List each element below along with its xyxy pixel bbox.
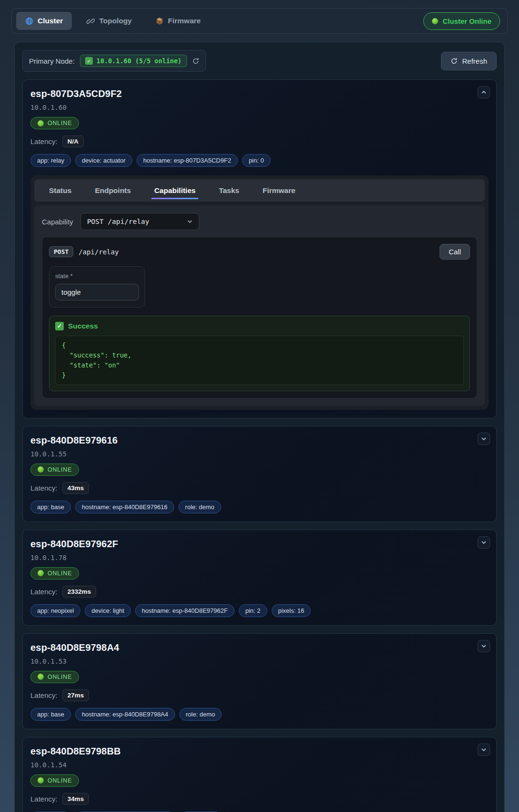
status-label: ONLINE <box>48 777 72 784</box>
latency-row: Latency: N/A <box>30 135 489 147</box>
chevron-down-icon <box>481 436 487 442</box>
tab-status[interactable]: Status <box>46 186 74 202</box>
cluster-status-label: Cluster Online <box>442 17 491 25</box>
node-title: esp-840D8E97962F <box>30 539 489 550</box>
status-label: ONLINE <box>48 120 72 126</box>
node-ip: 10.0.1.53 <box>30 657 489 665</box>
expand-node-button[interactable] <box>478 744 490 756</box>
node-card: esp-840D8E97962F10.0.1.78ONLINELatency:2… <box>22 530 497 626</box>
result-box: Success { "success": true, "state": "on"… <box>49 316 470 391</box>
chevron-down-icon <box>481 540 487 545</box>
node-card-expanded: esp-807D3A5CD9F2 10.0.1.60 ONLINE Latenc… <box>22 79 497 418</box>
endpoint-path: /api/relay <box>78 248 118 256</box>
tag-pill: app: base <box>30 501 71 513</box>
nav-tab-label: Topology <box>99 17 132 25</box>
refresh-icon <box>192 58 199 65</box>
result-title: Success <box>68 322 98 330</box>
latency-label: Latency: <box>30 691 58 699</box>
status-badge: ONLINE <box>30 464 79 476</box>
latency-value: N/A <box>62 135 84 147</box>
node-title: esp-840D8E9798BB <box>30 746 489 757</box>
online-dot-icon <box>38 466 44 473</box>
tag-pill: hostname: esp-840D8E979616 <box>75 501 174 513</box>
nav-tab-label: Cluster <box>38 17 63 25</box>
node-title: esp-840D8E979616 <box>30 435 489 446</box>
latency-row: Latency:34ms <box>30 793 489 805</box>
node-ip: 10.0.1.55 <box>30 450 489 458</box>
latency-label: Latency: <box>30 795 58 803</box>
status-label: ONLINE <box>48 674 72 680</box>
tab-tasks[interactable]: Tasks <box>216 186 242 202</box>
status-badge: ONLINE <box>30 567 79 580</box>
check-icon <box>55 322 64 330</box>
link-icon <box>87 17 95 25</box>
chevron-down-icon <box>187 219 193 224</box>
node-card: esp-840D8E9798A410.0.1.53ONLINELatency:2… <box>22 633 497 729</box>
tag-list: app: neopixeldevice: lighthostname: esp-… <box>30 604 489 617</box>
tag-pill: hostname: esp-840D8E9798A4 <box>75 708 175 721</box>
tag-pill: app: relay <box>30 154 71 167</box>
tab-endpoints[interactable]: Endpoints <box>92 186 134 202</box>
node-ip: 10.0.1.78 <box>30 554 489 561</box>
param-input[interactable] <box>55 284 139 300</box>
status-label: ONLINE <box>48 466 72 473</box>
tag-list: app: basehostname: esp-840D8E9798A4role:… <box>30 708 489 721</box>
endpoint-box: POST /api/relay Call state * Success { <box>42 237 477 398</box>
capability-select-value: POST /api/relay <box>87 218 149 225</box>
cluster-toolbar: Primary Node: 10.0.1.60 (5/5 online) Ref… <box>22 50 497 72</box>
nav-tab-label: Firmware <box>168 17 201 25</box>
primary-node-label: Primary Node: <box>29 57 75 65</box>
capabilities-panel: Capability POST /api/relay POST /api/rel… <box>34 205 485 406</box>
globe-icon <box>25 17 33 25</box>
nav-tab-firmware[interactable]: Firmware <box>147 12 210 30</box>
tab-firmware[interactable]: Firmware <box>260 186 298 202</box>
tag-pill: pin: 2 <box>239 604 267 617</box>
collapse-node-button[interactable] <box>478 86 490 98</box>
call-button[interactable]: Call <box>440 244 470 260</box>
expand-node-button[interactable] <box>478 640 490 652</box>
result-json: { "success": true, "state": "on" } <box>55 336 464 385</box>
online-dot-icon <box>38 674 44 680</box>
node-card: esp-840D8E97961610.0.1.55ONLINELatency:4… <box>22 426 497 522</box>
latency-value: 34ms <box>62 793 89 805</box>
tag-pill: hostname: esp-807D3A5CD9F2 <box>137 154 238 167</box>
status-label: ONLINE <box>48 570 72 577</box>
nav-tab-cluster[interactable]: Cluster <box>16 12 72 30</box>
latency-row: Latency:27ms <box>30 689 489 701</box>
node-tabbar: StatusEndpointsCapabilitiesTasksFirmware <box>34 179 485 202</box>
tab-capabilities[interactable]: Capabilities <box>151 186 198 202</box>
tag-pill: pixels: 16 <box>272 604 311 617</box>
node-title: esp-807D3A5CD9F2 <box>30 88 489 99</box>
tag-pill: pin: 0 <box>242 154 271 167</box>
node-card-list: esp-840D8E97961610.0.1.55ONLINELatency:4… <box>22 426 497 812</box>
main-container: Primary Node: 10.0.1.60 (5/5 online) Ref… <box>14 42 505 812</box>
nav-tab-topology[interactable]: Topology <box>78 12 141 30</box>
tag-pill: role: demo <box>178 501 221 513</box>
node-card: esp-840D8E9798BB10.0.1.54ONLINELatency:3… <box>22 737 497 812</box>
node-ip: 10.0.1.60 <box>30 104 489 111</box>
param-box: state * <box>49 266 145 308</box>
capability-select[interactable]: POST /api/relay <box>80 213 199 230</box>
tag-pill: app: base <box>30 708 71 721</box>
expand-node-button[interactable] <box>478 433 490 445</box>
refresh-icon <box>450 58 458 65</box>
primary-node-box: Primary Node: 10.0.1.60 (5/5 online) <box>22 50 206 72</box>
param-label: state * <box>55 272 139 280</box>
package-icon <box>156 17 164 25</box>
chevron-down-icon <box>481 747 487 753</box>
expand-node-button[interactable] <box>478 536 490 549</box>
refresh-button-label: Refresh <box>462 57 487 65</box>
capability-label: Capability <box>42 218 73 226</box>
latency-label: Latency: <box>30 137 58 145</box>
status-badge: ONLINE <box>30 671 79 683</box>
primary-node-badge: 10.0.1.60 (5/5 online) <box>80 55 187 67</box>
refresh-button[interactable]: Refresh <box>441 52 497 70</box>
tag-list: app: basehostname: esp-840D8E979616role:… <box>30 501 489 513</box>
online-dot-icon <box>38 570 44 576</box>
primary-refresh-icon-button[interactable] <box>192 58 199 65</box>
status-badge: ONLINE <box>30 774 79 787</box>
tag-pill: app: neopixel <box>30 604 80 617</box>
latency-value: 2332ms <box>62 586 97 598</box>
latency-row: Latency:43ms <box>30 482 489 494</box>
online-dot-icon <box>38 120 44 126</box>
